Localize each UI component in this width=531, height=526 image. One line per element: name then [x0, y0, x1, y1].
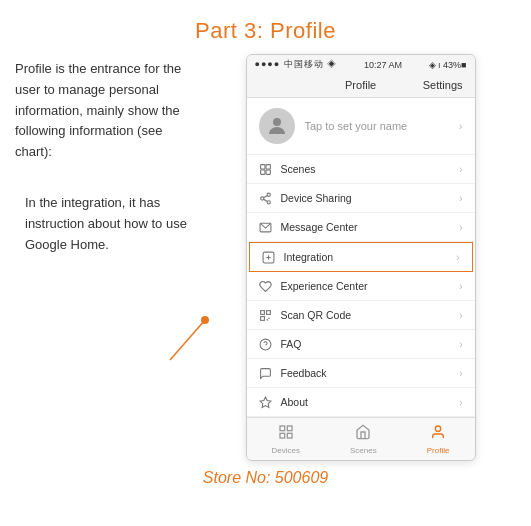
scenes-nav-label: Scenes: [350, 446, 377, 455]
feedback-icon: [259, 366, 273, 380]
faq-icon: [259, 337, 273, 351]
integration-chevron: ›: [456, 252, 459, 263]
device-sharing-icon: [259, 191, 273, 205]
experience-center-label: Experience Center: [281, 280, 452, 292]
scenes-label: Scenes: [281, 163, 452, 175]
menu-item-integration[interactable]: Integration ›: [249, 242, 473, 272]
about-chevron: ›: [459, 397, 462, 408]
header-settings-label[interactable]: Settings: [423, 79, 463, 91]
svg-marker-25: [260, 397, 271, 407]
device-sharing-chevron: ›: [459, 193, 462, 204]
about-label: About: [281, 396, 452, 408]
svg-rect-14: [261, 310, 265, 314]
time-display: 10:27 AM: [364, 60, 402, 70]
svg-point-5: [267, 193, 270, 196]
user-profile-row[interactable]: Tap to set your name ›: [247, 98, 475, 155]
experience-center-chevron: ›: [459, 281, 462, 292]
header-profile-label: Profile: [345, 79, 376, 91]
devices-nav-label: Devices: [272, 446, 300, 455]
faq-chevron: ›: [459, 339, 462, 350]
profile-nav-icon: [430, 424, 446, 444]
svg-point-7: [267, 200, 270, 203]
svg-rect-16: [261, 316, 265, 320]
menu-item-message-center[interactable]: Message Center ›: [247, 213, 475, 242]
phone-mockup: ●●●● 中国移动 ◈ 10:27 AM ◈ ı 43%■ Profile Se…: [246, 54, 476, 461]
message-center-label: Message Center: [281, 221, 452, 233]
svg-rect-4: [266, 170, 270, 174]
menu-item-feedback[interactable]: Feedback ›: [247, 359, 475, 388]
feedback-label: Feedback: [281, 367, 452, 379]
menu-item-device-sharing[interactable]: Device Sharing ›: [247, 184, 475, 213]
menu-item-experience-center[interactable]: Experience Center ›: [247, 272, 475, 301]
integration-label: Integration: [284, 251, 449, 263]
left-description: Profile is the entrance for the user to …: [10, 54, 200, 461]
svg-rect-29: [287, 433, 292, 438]
sub-description-text: In the integration, it has instruction a…: [15, 193, 200, 255]
message-center-icon: [259, 220, 273, 234]
page-title: Part 3: Profile: [0, 0, 531, 54]
svg-point-0: [273, 118, 281, 126]
main-description-text: Profile is the entrance for the user to …: [15, 59, 200, 163]
user-row-chevron: ›: [459, 120, 463, 132]
svg-point-30: [435, 426, 440, 431]
scan-qr-chevron: ›: [459, 310, 462, 321]
scan-qr-icon: [259, 308, 273, 322]
profile-nav-label: Profile: [427, 446, 450, 455]
feedback-chevron: ›: [459, 368, 462, 379]
nav-item-scenes[interactable]: Scenes: [350, 424, 377, 455]
phone-mockup-wrapper: ●●●● 中国移动 ◈ 10:27 AM ◈ ı 43%■ Profile Se…: [200, 54, 521, 461]
svg-point-6: [261, 196, 264, 199]
svg-rect-27: [287, 426, 292, 431]
faq-label: FAQ: [281, 338, 452, 350]
experience-center-icon: [259, 279, 273, 293]
svg-rect-3: [261, 170, 265, 174]
menu-item-scenes[interactable]: Scenes ›: [247, 155, 475, 184]
svg-rect-1: [261, 164, 265, 168]
svg-rect-28: [280, 433, 285, 438]
device-sharing-label: Device Sharing: [281, 192, 452, 204]
menu-item-faq[interactable]: FAQ ›: [247, 330, 475, 359]
user-name-placeholder: Tap to set your name: [305, 120, 449, 132]
message-center-chevron: ›: [459, 222, 462, 233]
scan-qr-label: Scan QR Code: [281, 309, 452, 321]
store-number: Store No: 500609: [0, 469, 531, 487]
svg-line-8: [264, 199, 268, 201]
menu-item-about[interactable]: About ›: [247, 388, 475, 417]
devices-icon: [278, 424, 294, 444]
main-content: Profile is the entrance for the user to …: [0, 54, 531, 461]
svg-rect-2: [266, 164, 270, 168]
svg-rect-26: [280, 426, 285, 431]
scenes-nav-icon: [355, 424, 371, 444]
signal-indicator: ●●●● 中国移动 ◈: [255, 58, 338, 71]
svg-line-9: [264, 195, 268, 197]
nav-item-devices[interactable]: Devices: [272, 424, 300, 455]
status-bar: ●●●● 中国移动 ◈ 10:27 AM ◈ ı 43%■: [247, 55, 475, 74]
about-icon: [259, 395, 273, 409]
menu-list: Scenes › Device Sharing ›: [247, 155, 475, 417]
header-bar: Profile Settings: [247, 74, 475, 98]
nav-item-profile[interactable]: Profile: [427, 424, 450, 455]
integration-icon: [262, 250, 276, 264]
battery-indicator: ◈ ı 43%■: [429, 60, 467, 70]
scenes-chevron: ›: [459, 164, 462, 175]
menu-item-scan-qr[interactable]: Scan QR Code ›: [247, 301, 475, 330]
avatar: [259, 108, 295, 144]
scenes-icon: [259, 162, 273, 176]
svg-rect-15: [267, 310, 271, 314]
bottom-nav: Devices Scenes: [247, 417, 475, 460]
